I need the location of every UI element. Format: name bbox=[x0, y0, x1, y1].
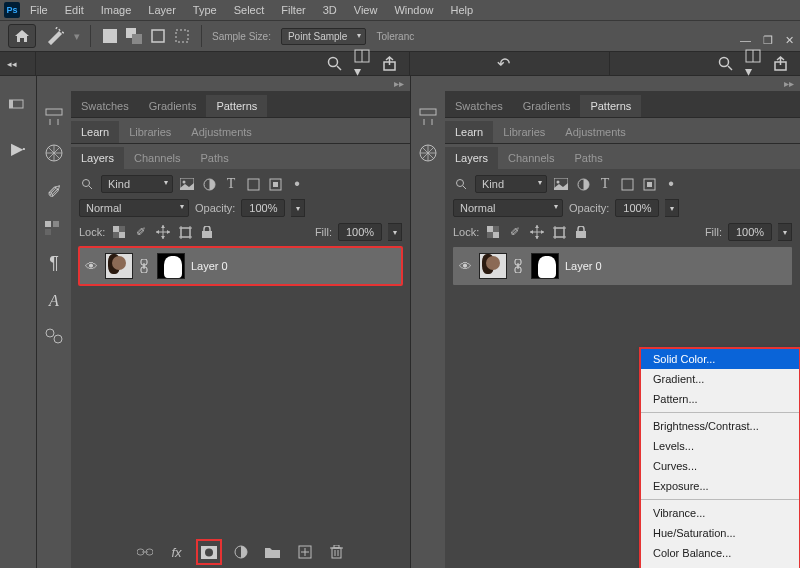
visibility-icon-2[interactable]: 👁 bbox=[457, 259, 473, 274]
filter-toggle-icon[interactable]: • bbox=[289, 176, 305, 192]
new-layer-icon[interactable] bbox=[295, 542, 315, 562]
blend-mode-select[interactable]: Normal bbox=[79, 199, 189, 217]
menu-select[interactable]: Select bbox=[227, 2, 272, 18]
share-icon-2[interactable] bbox=[773, 56, 788, 71]
delete-layer-icon[interactable] bbox=[327, 542, 347, 562]
navigator-panel-icon[interactable] bbox=[44, 143, 64, 163]
lock-transparency-icon-2[interactable] bbox=[485, 224, 501, 240]
fill-dropdown[interactable]: ▾ bbox=[388, 223, 402, 241]
menu-color-balance[interactable]: Color Balance... bbox=[641, 543, 799, 563]
adjustment-layer-icon[interactable] bbox=[231, 542, 251, 562]
menu-window[interactable]: Window bbox=[387, 2, 440, 18]
search-icon[interactable] bbox=[327, 56, 342, 71]
tool-collapse[interactable]: ◂◂ bbox=[7, 59, 17, 69]
lock-artboard-icon-2[interactable] bbox=[551, 224, 567, 240]
filter-smartobj-icon-2[interactable] bbox=[641, 176, 657, 192]
filter-image-icon[interactable] bbox=[179, 176, 195, 192]
lock-all-icon[interactable] bbox=[199, 224, 215, 240]
maximize-button[interactable]: ❐ bbox=[763, 34, 773, 47]
fill-value-2[interactable]: 100% bbox=[728, 223, 772, 241]
swatches-panel-icon[interactable] bbox=[45, 221, 63, 235]
tab-gradients[interactable]: Gradients bbox=[139, 95, 207, 117]
menu-exposure[interactable]: Exposure... bbox=[641, 476, 799, 496]
layer-row-0-b[interactable]: 👁 Layer 0 bbox=[453, 247, 792, 285]
info-panel-icon-2[interactable] bbox=[418, 107, 438, 125]
opacity-dropdown-2[interactable]: ▾ bbox=[665, 199, 679, 217]
tab-layers-2[interactable]: Layers bbox=[445, 147, 498, 169]
mask-link-icon[interactable] bbox=[139, 259, 151, 273]
menu-brightness-contrast[interactable]: Brightness/Contrast... bbox=[641, 416, 799, 436]
menu-image[interactable]: Image bbox=[94, 2, 139, 18]
tab-swatches[interactable]: Swatches bbox=[71, 95, 139, 117]
panel-collapse[interactable]: ▸▸ bbox=[37, 76, 410, 91]
layer-row-0[interactable]: 👁 Layer 0 bbox=[79, 247, 402, 285]
tab-swatches-2[interactable]: Swatches bbox=[445, 95, 513, 117]
opacity-dropdown[interactable]: ▾ bbox=[291, 199, 305, 217]
menu-gradient[interactable]: Gradient... bbox=[641, 369, 799, 389]
tool-camera-icon[interactable]: ▶• bbox=[4, 130, 32, 166]
square-outline-icon[interactable] bbox=[149, 27, 167, 45]
lock-position-icon-2[interactable] bbox=[529, 224, 545, 240]
layer-mask-thumbnail-2[interactable] bbox=[531, 253, 559, 279]
panel-collapse-2[interactable]: ▸▸ bbox=[411, 76, 800, 91]
tab-adjustments-2[interactable]: Adjustments bbox=[555, 121, 636, 143]
menu-black-white[interactable]: Black & White... bbox=[641, 563, 799, 568]
tab-adjustments[interactable]: Adjustments bbox=[181, 121, 262, 143]
opacity-value-2[interactable]: 100% bbox=[615, 199, 659, 217]
menu-view[interactable]: View bbox=[347, 2, 385, 18]
link-layers-icon[interactable] bbox=[135, 542, 155, 562]
wand-icon[interactable] bbox=[46, 27, 64, 45]
layer-name[interactable]: Layer 0 bbox=[191, 260, 228, 272]
home-button[interactable] bbox=[8, 24, 36, 48]
filter-toggle-icon-2[interactable]: • bbox=[663, 176, 679, 192]
layer-kind-select-2[interactable]: Kind bbox=[475, 175, 547, 193]
navigator-panel-icon-2[interactable] bbox=[418, 143, 438, 163]
lock-position-icon[interactable] bbox=[155, 224, 171, 240]
layer-thumbnail[interactable] bbox=[105, 253, 133, 279]
share-icon[interactable] bbox=[382, 56, 397, 71]
filter-smartobj-icon[interactable] bbox=[267, 176, 283, 192]
menu-curves[interactable]: Curves... bbox=[641, 456, 799, 476]
menu-levels[interactable]: Levels... bbox=[641, 436, 799, 456]
menu-help[interactable]: Help bbox=[444, 2, 481, 18]
arrange-icon[interactable]: ▾ bbox=[354, 49, 370, 79]
menu-file[interactable]: File bbox=[23, 2, 55, 18]
filter-type-icon[interactable]: T bbox=[223, 176, 239, 192]
tab-channels[interactable]: Channels bbox=[124, 147, 190, 169]
tab-channels-2[interactable]: Channels bbox=[498, 147, 564, 169]
menu-hue-saturation[interactable]: Hue/Saturation... bbox=[641, 523, 799, 543]
fill-dropdown-2[interactable]: ▾ bbox=[778, 223, 792, 241]
mask-link-icon-2[interactable] bbox=[513, 259, 525, 273]
brush-panel-icon[interactable]: ✐ bbox=[47, 181, 62, 203]
filter-shape-icon-2[interactable] bbox=[619, 176, 635, 192]
tab-gradients-2[interactable]: Gradients bbox=[513, 95, 581, 117]
tab-paths-2[interactable]: Paths bbox=[565, 147, 613, 169]
menu-type[interactable]: Type bbox=[186, 2, 224, 18]
add-mask-icon[interactable] bbox=[199, 542, 219, 562]
tab-learn-2[interactable]: Learn bbox=[445, 121, 493, 143]
minimize-button[interactable]: — bbox=[740, 34, 751, 47]
tab-paths[interactable]: Paths bbox=[191, 147, 239, 169]
tab-libraries-2[interactable]: Libraries bbox=[493, 121, 555, 143]
sample-size-select[interactable]: Point Sample bbox=[281, 28, 366, 45]
undo-icon[interactable]: ↶ bbox=[497, 54, 510, 73]
square-dash-icon[interactable] bbox=[173, 27, 191, 45]
layer-kind-select[interactable]: Kind bbox=[101, 175, 173, 193]
squares-icon[interactable] bbox=[125, 27, 143, 45]
styles-panel-icon[interactable] bbox=[45, 328, 63, 344]
menu-vibrance[interactable]: Vibrance... bbox=[641, 503, 799, 523]
lock-artboard-icon[interactable] bbox=[177, 224, 193, 240]
tab-patterns-2[interactable]: Patterns bbox=[580, 95, 641, 117]
paragraph-panel-icon[interactable]: ¶ bbox=[49, 253, 59, 274]
layer-name-2[interactable]: Layer 0 bbox=[565, 260, 602, 272]
menu-edit[interactable]: Edit bbox=[58, 2, 91, 18]
square-filled-icon[interactable] bbox=[101, 27, 119, 45]
menu-pattern[interactable]: Pattern... bbox=[641, 389, 799, 409]
filter-shape-icon[interactable] bbox=[245, 176, 261, 192]
opacity-value[interactable]: 100% bbox=[241, 199, 285, 217]
fx-icon[interactable]: fx bbox=[167, 542, 187, 562]
layer-mask-thumbnail[interactable] bbox=[157, 253, 185, 279]
filter-image-icon-2[interactable] bbox=[553, 176, 569, 192]
layer-thumbnail-2[interactable] bbox=[479, 253, 507, 279]
lock-paint-icon[interactable]: ✐ bbox=[133, 224, 149, 240]
